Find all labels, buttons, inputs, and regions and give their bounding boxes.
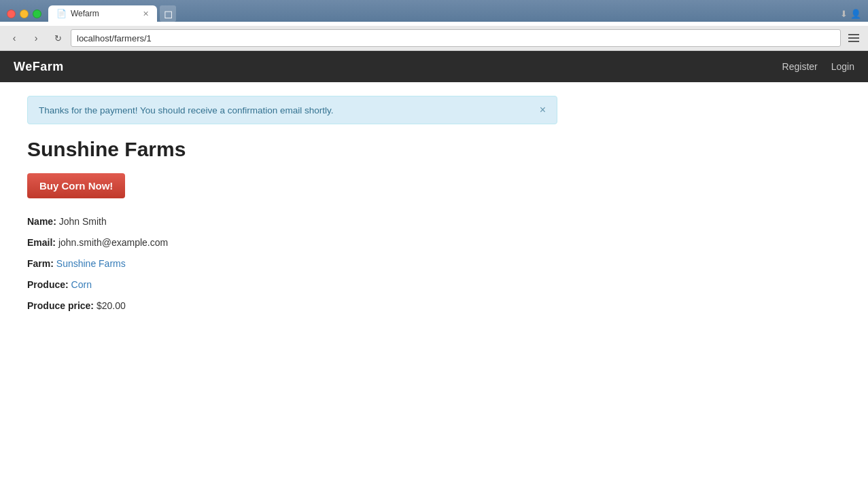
- new-tab-button[interactable]: ◻: [160, 5, 176, 22]
- minimize-window-button[interactable]: [20, 10, 29, 18]
- forward-button[interactable]: ›: [27, 29, 45, 47]
- download-icon: ⬇: [840, 9, 848, 19]
- app-content: Thanks for the payment! You should recei…: [0, 82, 612, 327]
- email-row: Email: john.smith@example.com: [27, 236, 585, 250]
- browser-menu-button[interactable]: [845, 29, 863, 47]
- address-bar[interactable]: [71, 29, 841, 47]
- new-tab-icon: ◻: [164, 7, 173, 20]
- name-row: Name: John Smith: [27, 215, 585, 229]
- browser-toolbar: ‹ › ↻: [0, 26, 868, 51]
- browser-tab[interactable]: 📄 Wefarm ✕: [48, 5, 157, 22]
- browser-chrome: 📄 Wefarm ✕ ◻ ⬇ 👤: [0, 0, 868, 22]
- browser-titlebar: 📄 Wefarm ✕ ◻ ⬇ 👤: [7, 5, 861, 22]
- user-avatar-icon: 👤: [850, 9, 861, 19]
- back-icon: ‹: [13, 33, 16, 43]
- menu-line-1: [848, 34, 859, 35]
- farmer-info: Name: John Smith Email: john.smith@examp…: [27, 215, 585, 313]
- tab-close-button[interactable]: ✕: [143, 10, 149, 18]
- farm-row: Farm: Sunshine Farms: [27, 257, 585, 271]
- produce-row: Produce: Corn: [27, 278, 585, 292]
- price-row: Produce price: $20.00: [27, 299, 585, 313]
- name-label: Name:: [27, 216, 56, 227]
- nav-links: Register Login: [782, 61, 854, 72]
- price-label: Produce price:: [27, 300, 94, 311]
- buy-corn-button[interactable]: Buy Corn Now!: [27, 173, 125, 198]
- back-button[interactable]: ‹: [5, 29, 23, 47]
- alert-message: Thanks for the payment! You should recei…: [39, 105, 333, 115]
- farm-link[interactable]: Sunshine Farms: [56, 258, 126, 269]
- forward-icon: ›: [35, 33, 38, 43]
- app-brand[interactable]: WeFarm: [14, 60, 64, 74]
- maximize-window-button[interactable]: [33, 10, 41, 18]
- produce-link[interactable]: Corn: [71, 279, 92, 290]
- close-window-button[interactable]: [7, 10, 16, 18]
- farm-label: Farm:: [27, 258, 54, 269]
- window-controls: [7, 10, 41, 18]
- url-input[interactable]: [77, 33, 835, 43]
- price-text: $20.00: [97, 300, 126, 311]
- payment-alert: Thanks for the payment! You should recei…: [27, 96, 557, 124]
- tab-title: Wefarm: [71, 9, 99, 18]
- tab-bar: 📄 Wefarm ✕ ◻: [48, 5, 836, 22]
- tab-favicon-icon: 📄: [56, 9, 67, 18]
- register-link[interactable]: Register: [782, 61, 818, 72]
- menu-line-3: [848, 41, 859, 42]
- alert-close-button[interactable]: ×: [540, 105, 546, 115]
- browser-icons-right: ⬇ 👤: [840, 9, 861, 19]
- produce-label: Produce:: [27, 279, 69, 290]
- refresh-icon: ↻: [54, 33, 62, 43]
- name-text: John Smith: [59, 216, 107, 227]
- app-navbar: WeFarm Register Login: [0, 51, 868, 82]
- refresh-button[interactable]: ↻: [49, 29, 67, 47]
- login-link[interactable]: Login: [831, 61, 854, 72]
- email-label: Email:: [27, 237, 56, 248]
- email-text: john.smith@example.com: [58, 237, 168, 248]
- farm-title: Sunshine Farms: [27, 138, 585, 161]
- menu-line-2: [848, 37, 859, 39]
